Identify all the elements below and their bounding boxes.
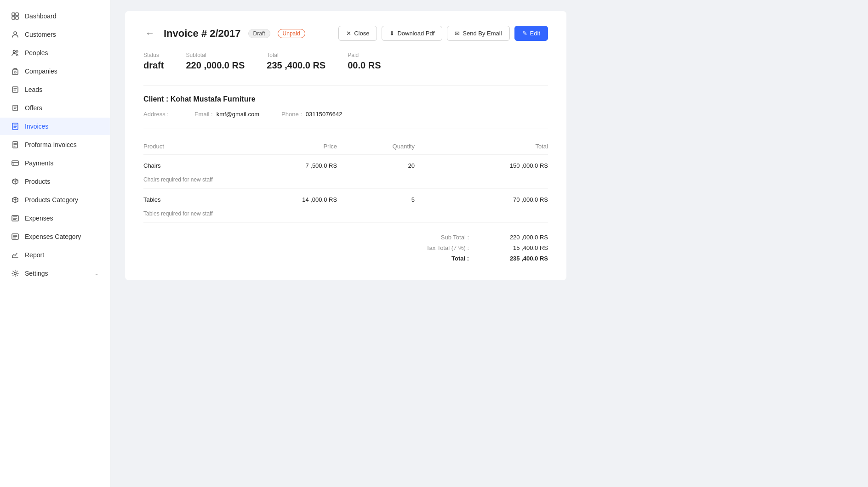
sidebar-item-label: Companies — [25, 68, 99, 75]
invoice-table: Product Price Quantity Total Chairs 7 ,5… — [143, 138, 548, 223]
sidebar-item-label: Products Category — [25, 196, 99, 204]
edit-icon: ✎ — [522, 30, 527, 37]
sidebar-item-peoples[interactable]: Peoples — [0, 44, 110, 62]
tax-row-value: 15 ,400.0 RS — [484, 244, 548, 251]
dashboard-icon — [11, 12, 19, 20]
svg-rect-3 — [16, 17, 18, 19]
totals-section: Sub Total : 220 ,000.0 RS Tax Total (7 %… — [143, 234, 548, 262]
total-value: 235 ,400.0 RS — [267, 60, 326, 71]
product-price: 7 ,500.0 RS — [215, 155, 337, 173]
sidebar-item-payments[interactable]: Payments — [0, 154, 110, 172]
sidebar-item-invoices[interactable]: Invoices — [0, 118, 110, 135]
product-name: Tables — [143, 189, 215, 207]
settings-icon — [11, 269, 19, 277]
close-icon: ✕ — [346, 30, 351, 37]
sidebar-item-label: Payments — [25, 159, 99, 167]
sidebar-item-label: Report — [25, 251, 99, 259]
report-icon — [11, 251, 19, 259]
sidebar-item-products-category[interactable]: Products Category — [0, 191, 110, 209]
sidebar-item-label: Invoices — [25, 123, 99, 130]
sidebar-item-label: Expenses Category — [25, 233, 99, 240]
subtotal-stat: Subtotal 220 ,000.0 RS — [186, 52, 245, 71]
sidebar-item-products[interactable]: Products — [0, 173, 110, 190]
total-label: Total — [267, 52, 326, 58]
sidebar-item-label: Leads — [25, 86, 99, 93]
invoice-header: ← Invoice # 2/2017 Draft Unpaid ✕ Close … — [143, 26, 548, 41]
sidebar-item-customers[interactable]: Customers — [0, 26, 110, 43]
table-row-description: Chairs required for new staff — [143, 173, 548, 189]
sidebar-item-proforma-invoices[interactable]: Proforma Invoices — [0, 136, 110, 153]
sidebar-item-dashboard[interactable]: Dashboard — [0, 7, 110, 25]
svg-point-4 — [14, 32, 17, 34]
grand-total-value: 235 ,400.0 RS — [484, 255, 548, 262]
col-total: Total — [415, 138, 548, 155]
chevron-down-icon: ⌄ — [94, 270, 99, 277]
table-row: Tables 14 ,000.0 RS 5 70 ,000.0 RS — [143, 189, 548, 207]
sidebar-item-label: Dashboard — [25, 12, 99, 20]
email-label: Email : — [194, 111, 213, 118]
subtotal-label: Subtotal — [186, 52, 245, 58]
client-name: Client : Kohat Mustafa Furniture — [143, 95, 548, 103]
col-price: Price — [215, 138, 337, 155]
sidebar-item-expenses[interactable]: Expenses — [0, 210, 110, 227]
close-button[interactable]: ✕ Close — [338, 26, 377, 41]
total-stat: Total 235 ,400.0 RS — [267, 52, 326, 71]
back-button[interactable]: ← — [143, 28, 156, 39]
client-info-row: Address : Email : kmf@gmail.com Phone : … — [143, 111, 548, 118]
product-total: 70 ,000.0 RS — [415, 189, 548, 207]
draft-badge: Draft — [248, 29, 270, 38]
subtotal-row-value: 220 ,000.0 RS — [484, 234, 548, 241]
subtotal-row: Sub Total : 220 ,000.0 RS — [143, 234, 548, 241]
header-actions: ✕ Close ⇓ Download Pdf ✉ Send By Email ✎… — [338, 26, 548, 41]
svg-rect-1 — [16, 13, 18, 16]
sidebar-item-offers[interactable]: Offers — [0, 99, 110, 117]
products-icon — [11, 177, 19, 186]
svg-point-6 — [16, 51, 18, 52]
invoice-card: ← Invoice # 2/2017 Draft Unpaid ✕ Close … — [125, 11, 566, 280]
email-icon: ✉ — [455, 30, 460, 37]
sidebar-item-report[interactable]: Report — [0, 246, 110, 264]
edit-button[interactable]: ✎ Edit — [514, 26, 548, 41]
peoples-icon — [11, 49, 19, 57]
offers-icon — [11, 104, 19, 112]
expenses-category-icon — [11, 232, 19, 241]
svg-rect-2 — [12, 17, 15, 19]
companies-icon — [11, 67, 19, 75]
svg-rect-0 — [12, 13, 15, 16]
sidebar-item-expenses-category[interactable]: Expenses Category — [0, 228, 110, 245]
proforma-icon — [11, 141, 19, 149]
status-stat: Status draft — [143, 52, 164, 71]
tax-row-label: Tax Total (7 %) : — [395, 244, 469, 251]
payments-icon — [11, 159, 19, 167]
subtotal-row-label: Sub Total : — [395, 234, 469, 241]
download-icon: ⇓ — [389, 30, 394, 37]
invoices-icon — [11, 122, 19, 130]
phone-value: 03115076642 — [306, 111, 343, 118]
sidebar-item-settings[interactable]: Settings ⌄ — [0, 265, 110, 282]
email-value: kmf@gmail.com — [217, 111, 259, 118]
svg-rect-12 — [12, 161, 18, 165]
sidebar-item-label: Customers — [25, 31, 99, 38]
sidebar-item-companies[interactable]: Companies — [0, 62, 110, 80]
product-quantity: 20 — [337, 155, 415, 173]
sidebar: Dashboard Customers Peoples Companies Le… — [0, 0, 110, 487]
svg-rect-7 — [12, 70, 18, 74]
svg-rect-13 — [13, 164, 14, 164]
customers-icon — [11, 30, 19, 39]
sidebar-item-leads[interactable]: Leads — [0, 81, 110, 98]
svg-point-16 — [14, 272, 17, 275]
paid-stat: Paid 00.0 RS — [348, 52, 381, 71]
status-label: Status — [143, 52, 164, 58]
sidebar-item-label: Expenses — [25, 215, 99, 222]
send-by-email-button[interactable]: ✉ Send By Email — [447, 26, 509, 41]
expenses-icon — [11, 214, 19, 222]
phone-item: Phone : 03115076642 — [281, 111, 342, 118]
product-name: Chairs — [143, 155, 215, 173]
download-pdf-button[interactable]: ⇓ Download Pdf — [382, 26, 442, 41]
paid-value: 00.0 RS — [348, 60, 381, 71]
product-description: Tables required for new staff — [143, 207, 548, 223]
product-total: 150 ,000.0 RS — [415, 155, 548, 173]
sidebar-item-label: Proforma Invoices — [25, 141, 99, 148]
address-label: Address : — [143, 111, 169, 118]
leads-icon — [11, 85, 19, 94]
